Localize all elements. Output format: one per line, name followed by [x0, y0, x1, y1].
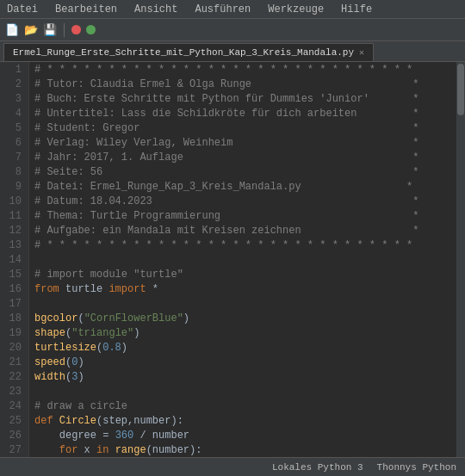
line-number: 11: [5, 209, 22, 224]
line-number: 17: [5, 297, 22, 312]
code-line: from turtle import *: [34, 282, 451, 297]
backend-status[interactable]: Thonnys Python: [377, 462, 456, 473]
code-line: speed(0): [34, 355, 451, 370]
line-number: 10: [5, 195, 22, 209]
code-area[interactable]: # * * * * * * * * * * * * * * * * * * * …: [29, 62, 456, 457]
code-line: # Jahr: 2017, 1. Auflage *: [34, 151, 451, 165]
code-line: degree = 360 / number: [34, 429, 451, 443]
menu-werkzeuge[interactable]: Werkzeuge: [264, 2, 327, 17]
code-line: # draw a circle: [34, 399, 451, 414]
code-line: width(3): [34, 370, 451, 385]
run-button[interactable]: [86, 25, 96, 34]
line-number: 15: [5, 268, 22, 282]
line-number: 13: [5, 238, 22, 253]
code-line: # * * * * * * * * * * * * * * * * * * * …: [34, 238, 451, 253]
stop-button[interactable]: [71, 25, 81, 34]
menu-ausfuhren[interactable]: Ausführen: [191, 2, 254, 17]
menu-datei[interactable]: Datei: [3, 2, 41, 17]
menu-bar: Datei Bearbeiten Ansicht Ausführen Werkz…: [0, 0, 465, 19]
line-number: 8: [5, 165, 22, 180]
code-line: # Datei: Ermel_Runge_Kap_3_Kreis_Mandala…: [34, 180, 451, 195]
line-number: 16: [5, 282, 22, 297]
code-line: shape("triangle"): [34, 326, 451, 341]
menu-hilfe[interactable]: Hilfe: [338, 2, 375, 17]
code-line: [34, 253, 451, 268]
code-line: [34, 297, 451, 312]
line-number: 12: [5, 224, 22, 238]
code-line: # Verlag: Wiley Verlag, Weinheim *: [34, 136, 451, 151]
code-line: [34, 385, 451, 399]
active-tab[interactable]: Ermel_Runge_Erste_Schritte_mit_Python_Ka…: [3, 43, 374, 61]
menu-bearbeiten[interactable]: Bearbeiten: [52, 2, 121, 17]
line-number: 7: [5, 151, 22, 165]
line-number: 24: [5, 399, 22, 414]
line-number: 22: [5, 370, 22, 385]
menu-ansicht[interactable]: Ansicht: [131, 2, 181, 17]
code-line: # Aufgabe: ein Mandala mit Kreisen zeich…: [34, 224, 451, 238]
line-number: 18: [5, 312, 22, 326]
open-file-icon[interactable]: 📂: [24, 23, 38, 37]
line-number: 26: [5, 429, 22, 443]
code-line: bgcolor("CornFlowerBlue"): [34, 312, 451, 326]
toolbar-separator: [64, 23, 65, 37]
code-line: def Circle(step,number):: [34, 414, 451, 429]
tab-bar: Ermel_Runge_Erste_Schritte_mit_Python_Ka…: [0, 41, 465, 62]
tab-close-button[interactable]: ✕: [359, 47, 364, 58]
line-number: 2: [5, 77, 22, 92]
line-number: 14: [5, 253, 22, 268]
code-line: # Thema: Turtle Programmierung *: [34, 209, 451, 224]
line-number: 27: [5, 443, 22, 457]
status-bar: Lokales Python 3 Thonnys Python: [0, 457, 465, 476]
code-line: # * * * * * * * * * * * * * * * * * * * …: [34, 63, 451, 77]
save-file-icon[interactable]: 💾: [43, 23, 57, 37]
line-number: 20: [5, 341, 22, 355]
line-number: 25: [5, 414, 22, 429]
code-line: # Datum: 18.04.2023 *: [34, 195, 451, 209]
scrollbar-track[interactable]: [456, 62, 465, 457]
line-number: 19: [5, 326, 22, 341]
line-number: 1: [5, 63, 22, 77]
code-line: # Tutor: Claudia Ermel & Olga Runge *: [34, 77, 451, 92]
code-line: # import module "turtle": [34, 268, 451, 282]
line-numbers: 1234567891011121314151617181920212223242…: [0, 62, 29, 457]
line-number: 23: [5, 385, 22, 399]
code-line: # Buch: Erste Schritte mit Python für Du…: [34, 92, 451, 107]
code-line: # Untertitel: Lass die Schildkröte für d…: [34, 107, 451, 121]
code-line: for x in range(number):: [34, 443, 451, 457]
line-number: 5: [5, 121, 22, 136]
editor-container: 1234567891011121314151617181920212223242…: [0, 62, 465, 457]
line-number: 21: [5, 355, 22, 370]
toolbar: 📄 📂 💾: [0, 19, 465, 41]
scrollbar-thumb[interactable]: [457, 64, 464, 115]
line-number: 9: [5, 180, 22, 195]
interpreter-status[interactable]: Lokales Python 3: [272, 462, 363, 473]
line-number: 6: [5, 136, 22, 151]
code-line: turtlesize(0.8): [34, 341, 451, 355]
line-number: 4: [5, 107, 22, 121]
tab-label: Ermel_Runge_Erste_Schritte_mit_Python_Ka…: [13, 47, 354, 58]
line-number: 3: [5, 92, 22, 107]
code-line: # Student: Gregor *: [34, 121, 451, 136]
code-line: # Seite: 56 *: [34, 165, 451, 180]
new-file-icon[interactable]: 📄: [5, 23, 19, 37]
